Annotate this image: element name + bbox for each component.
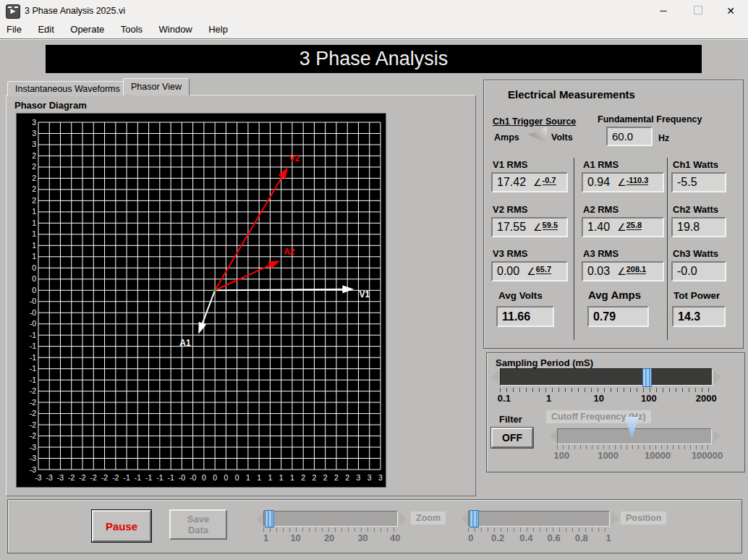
svg-text:-2: -2 bbox=[30, 420, 36, 429]
svg-text:-1: -1 bbox=[135, 473, 141, 482]
tick-label: 1000 bbox=[598, 450, 619, 461]
tot-power-label: Tot Power bbox=[673, 290, 720, 301]
zoom-handle[interactable] bbox=[265, 510, 274, 527]
tick-label: 100000 bbox=[692, 450, 723, 461]
v1-rms-value: 17.42∠-0.7 bbox=[491, 172, 568, 192]
menu-file[interactable]: File bbox=[0, 22, 28, 35]
panel-divider bbox=[667, 158, 668, 340]
svg-text:-3: -3 bbox=[46, 473, 53, 482]
v1-rms-angle: -0.7 bbox=[543, 176, 556, 185]
avg-amps-label: Avg Amps bbox=[588, 289, 641, 301]
angle-icon: ∠ bbox=[533, 177, 543, 188]
svg-text:-1: -1 bbox=[123, 473, 129, 482]
ch2-watts-label: Ch2 Watts bbox=[673, 204, 718, 215]
fundamental-frequency-number: 60.0 bbox=[612, 130, 633, 143]
svg-text:0: 0 bbox=[32, 263, 36, 272]
pause-button-frame: Pause bbox=[91, 509, 152, 543]
a2-rms-value: 1.40∠25.8 bbox=[582, 217, 664, 237]
svg-text:-2: -2 bbox=[79, 473, 85, 482]
angle-icon: ∠ bbox=[617, 266, 626, 277]
window-title: 3 Phase Analysis 2025.vi bbox=[25, 6, 125, 16]
tick-label: 10000 bbox=[645, 450, 671, 461]
svg-text:-1: -1 bbox=[30, 331, 36, 339]
svg-text:2: 2 bbox=[32, 174, 36, 182]
v3-rms-angle: 65.7 bbox=[536, 265, 551, 274]
sampling-tickmarks bbox=[500, 388, 713, 392]
sampling-period-label: Sampling Period (mS) bbox=[496, 357, 593, 368]
svg-text:2: 2 bbox=[323, 473, 328, 482]
zoom-tickmarks bbox=[263, 527, 398, 532]
svg-text:-3: -3 bbox=[57, 473, 64, 482]
ch1-watts-label: Ch1 Watts bbox=[673, 159, 718, 170]
tick-label: 2000 bbox=[696, 393, 717, 404]
svg-text:3: 3 bbox=[357, 473, 361, 482]
a1-rms-number: 0.94 bbox=[587, 176, 610, 189]
menu-window[interactable]: Window bbox=[153, 22, 199, 35]
ch2-watts-number: 19.8 bbox=[677, 221, 700, 234]
svg-text:V1: V1 bbox=[359, 289, 370, 300]
phasor-plot-frame: -3-3-3-2-2-2-2-2-1-1-1-1-1-0-00000111112… bbox=[16, 113, 386, 488]
fundamental-frequency-label: Fundamental Frequency bbox=[598, 114, 702, 124]
phasor-diagram-label: Phasor Diagram bbox=[14, 100, 87, 111]
svg-text:-1: -1 bbox=[30, 376, 36, 384]
maximize-button[interactable] bbox=[684, 0, 713, 22]
ch1-watts-value: -5.5 bbox=[671, 172, 726, 192]
position-handle[interactable] bbox=[469, 510, 479, 527]
menu-tools[interactable]: Tools bbox=[114, 22, 149, 35]
tot-power-value: 14.3 bbox=[672, 306, 726, 327]
sampling-slider[interactable] bbox=[500, 368, 713, 386]
svg-text:1: 1 bbox=[32, 207, 36, 216]
v3-rms-number: 0.00 bbox=[497, 265, 519, 278]
svg-text:0: 0 bbox=[224, 473, 228, 482]
close-button[interactable]: ✕ bbox=[716, 0, 745, 22]
fundamental-frequency-unit: Hz bbox=[658, 133, 669, 143]
avg-volts-number: 11.66 bbox=[502, 310, 530, 323]
ch3-watts-label: Ch3 Watts bbox=[673, 248, 718, 259]
svg-text:2: 2 bbox=[32, 151, 36, 160]
svg-text:2: 2 bbox=[32, 184, 36, 193]
maximize-icon bbox=[694, 6, 702, 14]
a1-rms-angle: -110.3 bbox=[626, 176, 649, 185]
svg-text:1: 1 bbox=[257, 473, 261, 482]
tab-phasor-view[interactable]: Phasor View bbox=[123, 78, 190, 96]
svg-text:-0: -0 bbox=[30, 308, 36, 317]
zoom-slider[interactable] bbox=[263, 511, 398, 527]
zoom-tick-labels: 1 10 20 30 40 bbox=[263, 533, 398, 544]
position-slider[interactable] bbox=[468, 511, 610, 527]
menu-edit[interactable]: Edit bbox=[31, 22, 60, 35]
a2-rms-angle: 25.8 bbox=[626, 221, 642, 230]
svg-text:-1: -1 bbox=[30, 364, 36, 373]
v2-rms-label: V2 RMS bbox=[493, 204, 527, 215]
phasor-plot: -3-3-3-2-2-2-2-2-1-1-1-1-1-0-00000111112… bbox=[17, 114, 386, 487]
position-tick-labels: 0 0.2 0.4 0.6 0.8 1 bbox=[468, 533, 610, 544]
svg-text:2: 2 bbox=[301, 473, 305, 482]
tick-label: 10 bbox=[593, 393, 603, 404]
v3-rms-label: V3 RMS bbox=[493, 248, 527, 259]
tick-label: 0 bbox=[468, 533, 473, 543]
angle-icon: ∠ bbox=[617, 221, 626, 233]
svg-text:-2: -2 bbox=[30, 409, 36, 417]
tab-instantaneous-waveforms[interactable]: Instantaneous Waveforms bbox=[7, 81, 128, 96]
tick-label: 20 bbox=[324, 533, 334, 543]
menu-operate[interactable]: Operate bbox=[64, 22, 111, 35]
minimize-button[interactable]: ─ bbox=[649, 0, 678, 22]
svg-text:-1: -1 bbox=[30, 353, 36, 362]
svg-text:1: 1 bbox=[290, 473, 294, 482]
a2-rms-label: A2 RMS bbox=[583, 204, 619, 215]
save-data-button[interactable]: Save Data bbox=[169, 509, 227, 540]
v1-rms-number: 17.42 bbox=[497, 176, 526, 189]
a3-rms-value: 0.03∠208.1 bbox=[582, 261, 664, 281]
filter-off-button[interactable]: OFF bbox=[491, 428, 533, 448]
pause-button[interactable]: Pause bbox=[92, 510, 151, 542]
svg-text:-0: -0 bbox=[30, 297, 36, 305]
svg-text:-1: -1 bbox=[145, 473, 152, 482]
panel-divider bbox=[574, 158, 574, 340]
svg-text:-2: -2 bbox=[68, 473, 75, 482]
v3-rms-value: 0.00∠65.7 bbox=[491, 261, 568, 281]
svg-text:-0: -0 bbox=[30, 319, 36, 328]
svg-text:3: 3 bbox=[367, 473, 372, 482]
cutoff-slider[interactable] bbox=[557, 428, 712, 444]
menu-help[interactable]: Help bbox=[202, 22, 234, 35]
sampling-handle[interactable] bbox=[642, 368, 652, 387]
svg-text:-2: -2 bbox=[30, 431, 36, 440]
